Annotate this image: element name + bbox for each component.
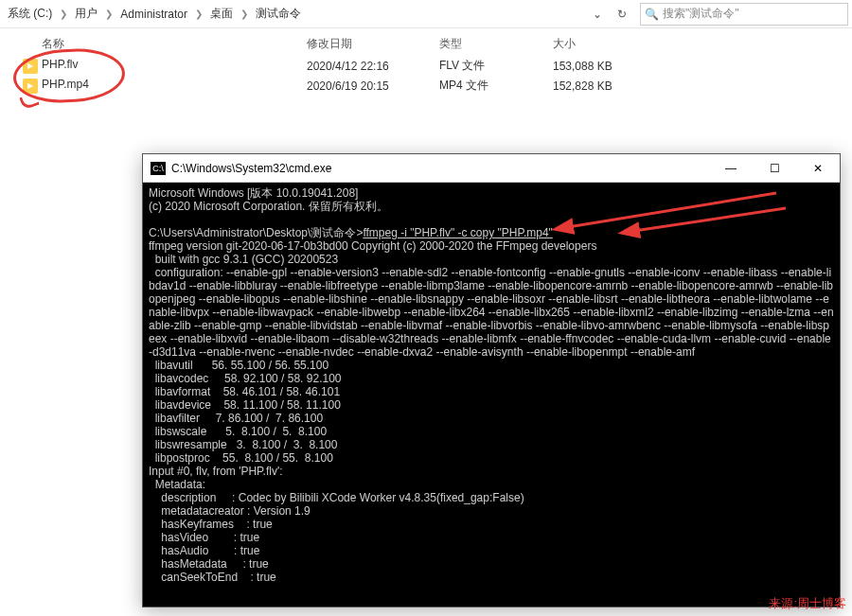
file-type: FLV 文件: [439, 58, 553, 74]
titlebar[interactable]: C:\ C:\Windows\System32\cmd.exe — ☐ ✕: [143, 154, 840, 183]
search-input[interactable]: 🔍 搜索"测试命令": [640, 3, 848, 26]
file-date: 2020/6/19 20:15: [307, 79, 439, 93]
video-file-icon: [23, 59, 38, 74]
file-row[interactable]: PHP.flv 2020/4/12 22:16 FLV 文件 153,088 K…: [23, 56, 852, 76]
maximize-button[interactable]: ☐: [753, 154, 796, 183]
col-date[interactable]: 修改日期: [307, 36, 439, 52]
file-size: 152,828 KB: [553, 79, 648, 93]
chevron-right-icon: ❯: [56, 9, 71, 19]
search-icon: 🔍: [645, 8, 659, 21]
terminal-text: Microsoft Windows [版本 10.0.19041.208] (c…: [149, 186, 388, 213]
col-type[interactable]: 类型: [439, 36, 553, 52]
file-type: MP4 文件: [439, 78, 553, 94]
breadcrumb-item[interactable]: 系统 (C:): [4, 4, 56, 24]
column-headers: 名称 修改日期 类型 大小: [23, 32, 852, 56]
terminal-output[interactable]: Microsoft Windows [版本 10.0.19041.208] (c…: [143, 183, 840, 607]
breadcrumb: 系统 (C:)❯ 用户❯ Administrator❯ 桌面❯ 测试命令: [4, 4, 587, 24]
chevron-right-icon: ❯: [191, 9, 206, 19]
video-file-icon: [23, 79, 38, 94]
breadcrumb-item[interactable]: 用户: [71, 4, 101, 24]
history-dropdown[interactable]: ⌄: [587, 4, 608, 25]
minimize-button[interactable]: —: [709, 154, 753, 183]
search-placeholder: 搜索"测试命令": [663, 6, 739, 22]
file-row[interactable]: PHP.mp4 2020/6/19 20:15 MP4 文件 152,828 K…: [23, 76, 852, 96]
refresh-button[interactable]: ↻: [612, 4, 632, 25]
terminal-prompt: C:\Users\Administrator\Desktop\测试命令>: [149, 226, 363, 239]
cmd-window: C:\ C:\Windows\System32\cmd.exe — ☐ ✕ Mi…: [142, 153, 841, 607]
terminal-text: ffmpeg version git-2020-06-17-0b3bd00 Co…: [149, 239, 834, 584]
watermark: 来源:周士博客: [769, 595, 846, 612]
cmd-icon: C:\: [151, 162, 166, 175]
close-button[interactable]: ✕: [796, 154, 840, 183]
chevron-right-icon: ❯: [237, 9, 252, 19]
terminal-command: ffmpeg -i "PHP.flv" -c copy "PHP.mp4": [363, 226, 552, 239]
address-bar: 系统 (C:)❯ 用户❯ Administrator❯ 桌面❯ 测试命令 ⌄ ↻…: [0, 0, 852, 28]
breadcrumb-item[interactable]: 测试命令: [252, 4, 305, 24]
chevron-right-icon: ❯: [101, 9, 116, 19]
breadcrumb-item[interactable]: Administrator: [116, 6, 191, 23]
file-date: 2020/4/12 22:16: [307, 60, 439, 73]
col-name[interactable]: 名称: [23, 36, 307, 52]
file-name: PHP.flv: [42, 58, 78, 71]
col-size[interactable]: 大小: [553, 36, 648, 52]
file-size: 153,088 KB: [553, 60, 648, 73]
window-title: C:\Windows\System32\cmd.exe: [171, 162, 709, 175]
file-list: 名称 修改日期 类型 大小 PHP.flv 2020/4/12 22:16 FL…: [0, 28, 852, 96]
file-name: PHP.mp4: [42, 78, 89, 91]
breadcrumb-item[interactable]: 桌面: [206, 4, 237, 24]
